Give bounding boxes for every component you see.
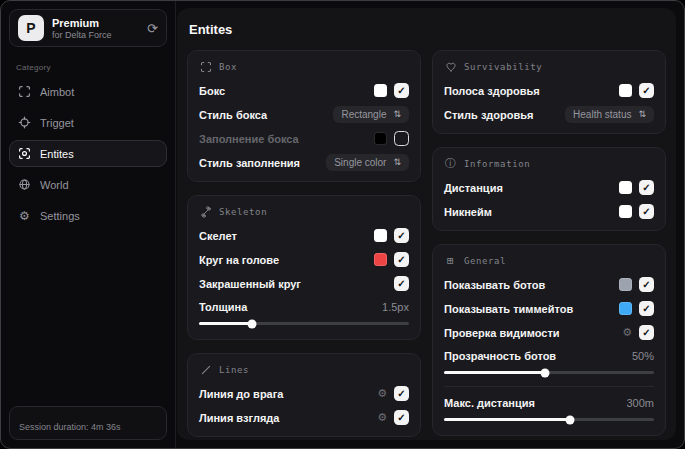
panel-title: Lines [219, 365, 249, 375]
setting-row-show-bots: Показывать ботов ✓ [444, 275, 654, 294]
checkbox[interactable]: ✓ [394, 276, 409, 291]
panel-header: Survivability [444, 60, 654, 73]
sidebar: P Premium for Delta Force ⟳ Category Aim… [1, 1, 176, 448]
max-distance-setting: Макс. дистанция 300m [444, 394, 654, 426]
checkbox[interactable]: ✓ [394, 83, 409, 98]
color-swatch[interactable] [619, 181, 632, 194]
setting-label: Бокс [199, 85, 225, 97]
setting-label: Стиль заполнения [199, 157, 300, 169]
main-content: Entites Box Бокс [177, 8, 676, 440]
checkbox[interactable]: ✓ [639, 277, 654, 292]
sidebar-item-label: Aimbot [40, 86, 74, 98]
slider-thumb[interactable] [540, 368, 549, 377]
setting-label: Линия до врага [199, 388, 283, 400]
panel-survivability: Survivability Полоса здоровья ✓ Стиль зд… [432, 50, 666, 134]
color-swatch[interactable] [374, 253, 387, 266]
divider [444, 386, 654, 387]
color-swatch[interactable] [374, 132, 387, 145]
page-title: Entites [189, 22, 666, 37]
setting-row-fill-style: Стиль заполнения Single color ⇅ [199, 153, 409, 172]
panel-general: ⊞ General Показывать ботов ✓ Показывать … [432, 244, 666, 436]
slider-thumb[interactable] [247, 319, 256, 328]
color-swatch[interactable] [619, 84, 632, 97]
sidebar-item-settings[interactable]: ⚙ Settings [9, 202, 167, 229]
refresh-icon[interactable]: ⟳ [147, 21, 158, 36]
grid-icon: ⊞ [444, 254, 457, 267]
setting-label: Прозрачность ботов [444, 350, 556, 362]
setting-label: Макс. дистанция [444, 397, 535, 409]
setting-row-distance: Дистанция ✓ [444, 178, 654, 197]
setting-label: Линия взгляда [199, 412, 279, 424]
setting-row-nickname: Никнейм ✓ [444, 202, 654, 221]
checkbox[interactable]: ✓ [639, 83, 654, 98]
thickness-slider[interactable] [199, 322, 409, 325]
crosshair-icon [18, 116, 31, 129]
fill-style-dropdown[interactable]: Single color ⇅ [326, 154, 409, 171]
app-window: P Premium for Delta Force ⟳ Category Aim… [0, 0, 685, 449]
setting-row-view-line: Линия взгляда ⚙ ✓ [199, 408, 409, 427]
frame-box-icon [199, 60, 212, 73]
color-swatch[interactable] [619, 278, 632, 291]
color-swatch[interactable] [374, 84, 387, 97]
panel-title: Box [219, 62, 237, 72]
sidebar-item-label: World [40, 179, 69, 191]
checkbox[interactable]: ✓ [394, 386, 409, 401]
checkbox[interactable]: ✓ [394, 131, 409, 146]
chevrons-up-down-icon: ⇅ [393, 158, 401, 167]
setting-label: Скелет [199, 230, 237, 242]
heart-pulse-icon [444, 60, 457, 73]
panel-skeleton: Skeleton Скелет ✓ Круг на голове ✓ [187, 195, 421, 340]
bots-opacity-setting: Прозрачность ботов 50% [444, 347, 654, 379]
brand-subtitle: for Delta Force [52, 30, 112, 40]
scan-eye-icon [18, 147, 31, 160]
max-distance-slider[interactable] [444, 418, 654, 421]
brand-logo: P [18, 15, 44, 41]
panel-header: ⓘ Information [444, 157, 654, 170]
setting-row-box: Бокс ✓ [199, 81, 409, 100]
category-label: Category [16, 63, 167, 72]
setting-label: Полоса здоровья [444, 85, 540, 97]
panel-title: Skeleton [219, 207, 267, 217]
setting-row-skeleton: Скелет ✓ [199, 226, 409, 245]
chevrons-up-down-icon: ⇅ [393, 110, 401, 119]
checkbox[interactable]: ✓ [394, 410, 409, 425]
panel-title: General [464, 256, 506, 266]
color-swatch[interactable] [374, 229, 387, 242]
checkbox[interactable]: ✓ [394, 228, 409, 243]
sidebar-nav: Aimbot Trigget Entites [9, 78, 167, 233]
checkbox[interactable]: ✓ [394, 252, 409, 267]
thickness-setting: Толщина 1.5px [199, 298, 409, 330]
setting-label: Заполнение бокса [199, 133, 299, 145]
setting-row-health-style: Стиль здоровья Health status ⇅ [444, 105, 654, 124]
bots-opacity-slider[interactable] [444, 371, 654, 374]
right-column: Survivability Полоса здоровья ✓ Стиль зд… [432, 50, 666, 437]
checkbox[interactable]: ✓ [639, 180, 654, 195]
gear-icon[interactable]: ⚙ [622, 327, 632, 338]
sidebar-item-aimbot[interactable]: Aimbot [9, 78, 167, 105]
setting-row-box-fill: Заполнение бокса ✓ [199, 129, 409, 148]
health-style-dropdown[interactable]: Health status ⇅ [565, 106, 654, 123]
color-swatch[interactable] [619, 302, 632, 315]
sidebar-item-entites[interactable]: Entites [9, 140, 167, 167]
brand-card: P Premium for Delta Force ⟳ [9, 9, 167, 47]
box-style-dropdown[interactable]: Rectangle ⇅ [333, 106, 409, 123]
setting-row-filled-circle: Закрашенный круг ✓ [199, 274, 409, 293]
pencil-line-icon [199, 363, 212, 376]
sidebar-item-trigget[interactable]: Trigget [9, 109, 167, 136]
gear-icon[interactable]: ⚙ [377, 412, 387, 423]
setting-row-enemy-line: Линия до врага ⚙ ✓ [199, 384, 409, 403]
gear-icon[interactable]: ⚙ [377, 388, 387, 399]
checkbox[interactable]: ✓ [639, 301, 654, 316]
color-swatch[interactable] [619, 205, 632, 218]
dropdown-value: Health status [573, 109, 631, 120]
checkbox[interactable]: ✓ [639, 204, 654, 219]
frame-crosshair-icon [18, 85, 31, 98]
sidebar-item-label: Settings [40, 210, 80, 222]
slider-thumb[interactable] [566, 415, 575, 424]
dropdown-value: Single color [334, 157, 386, 168]
slider-value: 1.5px [382, 301, 409, 313]
sidebar-item-world[interactable]: World [9, 171, 167, 198]
checkbox[interactable]: ✓ [639, 325, 654, 340]
setting-label: Дистанция [444, 182, 503, 194]
slider-value: 300m [626, 397, 654, 409]
